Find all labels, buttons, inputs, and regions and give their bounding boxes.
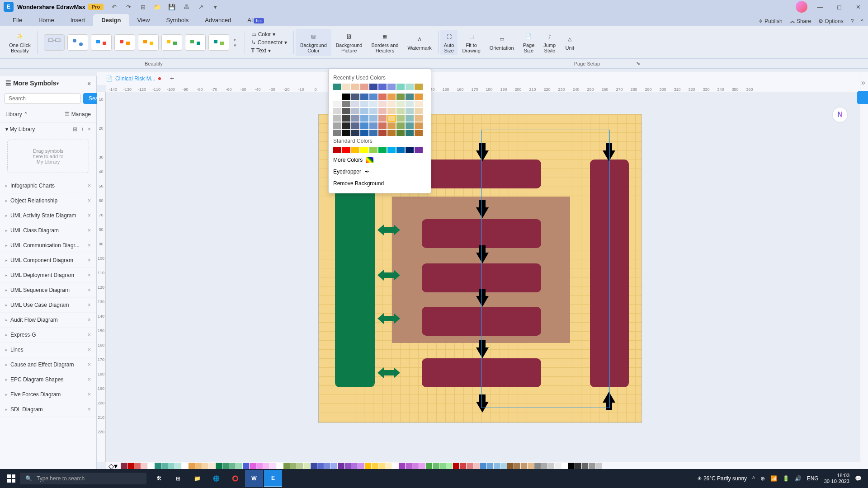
color-strip-swatch[interactable] (372, 463, 378, 469)
color-strip-swatch[interactable] (216, 463, 222, 469)
tray-notifications-icon[interactable]: 💬 (855, 475, 862, 482)
color-swatch[interactable] (333, 101, 341, 107)
color-swatch[interactable] (369, 122, 377, 129)
maroon-box-5[interactable] (422, 358, 541, 387)
arrow-down-1[interactable] (476, 150, 489, 161)
tab-symbols[interactable]: Symbols (158, 14, 197, 26)
color-strip-swatch[interactable] (595, 463, 602, 469)
color-strip-swatch[interactable] (582, 463, 588, 469)
close-category-icon[interactable]: × (88, 212, 91, 219)
preset-more-icon[interactable]: ▸▾ (232, 37, 238, 48)
eyedropper-button[interactable]: Eyedropper✒ (333, 166, 426, 178)
preset-4[interactable] (114, 34, 135, 51)
options-button[interactable]: ⚙ Options (818, 18, 844, 24)
share-button[interactable]: ⫘ Share (790, 18, 811, 24)
color-swatch[interactable] (333, 108, 341, 114)
color-swatch[interactable] (387, 115, 396, 122)
color-strip-swatch[interactable] (182, 463, 188, 469)
orientation-button[interactable]: ▭ Orientation (485, 34, 519, 51)
preset-1[interactable] (44, 34, 65, 51)
more-colors-button[interactable]: More Colors (333, 154, 426, 166)
color-strip-swatch[interactable] (161, 463, 168, 469)
preset-7[interactable] (185, 34, 206, 51)
color-swatch[interactable] (378, 94, 387, 100)
preset-3[interactable] (91, 34, 112, 51)
color-swatch[interactable] (406, 130, 414, 136)
color-swatch[interactable] (378, 147, 387, 153)
help-icon[interactable]: ? (851, 18, 854, 24)
close-category-icon[interactable]: × (88, 361, 91, 368)
taskbar-app-taskview[interactable]: ⊞ (169, 470, 187, 487)
taskbar-app-word[interactable]: W (245, 470, 263, 487)
close-category-icon[interactable]: × (88, 197, 91, 204)
tab-design[interactable]: Design (93, 14, 129, 26)
color-swatch[interactable] (333, 94, 341, 100)
color-strip-swatch[interactable] (473, 463, 480, 469)
color-strip-swatch[interactable] (134, 463, 141, 469)
color-swatch[interactable] (369, 101, 377, 107)
category-item[interactable]: ▸ UML Component Diagram× (0, 253, 96, 268)
category-item[interactable]: ▸ Object Relationship× (0, 193, 96, 208)
category-item[interactable]: ▸ Audit Flow Diagram× (0, 313, 96, 328)
preset-6[interactable] (161, 34, 182, 51)
arrow-down-6[interactable] (476, 402, 489, 413)
color-swatch[interactable] (351, 115, 359, 122)
color-swatch[interactable] (406, 147, 414, 153)
close-category-icon[interactable]: × (88, 347, 91, 353)
fit-drawing-button[interactable]: ⬚ Fit to Drawing (458, 32, 485, 53)
color-strip-swatch[interactable] (236, 463, 242, 469)
color-strip-swatch[interactable] (338, 463, 344, 469)
color-swatch[interactable] (406, 122, 414, 129)
color-swatch[interactable] (333, 84, 341, 90)
canvas[interactable]: N (106, 92, 860, 462)
color-swatch[interactable] (333, 147, 341, 153)
color-swatch[interactable] (342, 84, 350, 90)
more-icon[interactable]: ▾ (211, 3, 219, 11)
color-strip-swatch[interactable] (494, 463, 500, 469)
color-strip-swatch[interactable] (141, 463, 147, 469)
color-swatch[interactable] (351, 122, 359, 129)
color-swatch[interactable] (351, 147, 359, 153)
color-strip-swatch[interactable] (548, 463, 554, 469)
color-swatch[interactable] (387, 147, 396, 153)
add-icon[interactable]: + (81, 126, 84, 132)
maroon-box-4[interactable] (422, 307, 541, 336)
color-swatch[interactable] (378, 101, 387, 107)
taskbar-search[interactable]: 🔍Type here to search (20, 473, 146, 484)
color-strip-swatch[interactable] (121, 463, 127, 469)
weather-widget[interactable]: ☀ 26°C Partly sunny (697, 475, 747, 482)
color-strip-swatch[interactable] (385, 463, 392, 469)
page-size-button[interactable]: 📄 Page Size (519, 32, 539, 53)
color-strip-swatch[interactable] (528, 463, 534, 469)
color-swatch[interactable] (415, 130, 423, 136)
color-swatch[interactable] (351, 84, 359, 90)
color-strip-swatch[interactable] (507, 463, 514, 469)
color-strip-swatch[interactable] (453, 463, 459, 469)
start-button[interactable] (3, 470, 20, 487)
color-swatch[interactable] (406, 101, 414, 107)
color-strip-swatch[interactable] (467, 463, 473, 469)
close-category-icon[interactable]: × (88, 272, 91, 278)
color-strip-swatch[interactable] (433, 463, 439, 469)
arrow-up-right-bottom[interactable] (603, 392, 615, 403)
color-swatch[interactable] (369, 147, 377, 153)
preset-2[interactable] (67, 34, 88, 51)
color-swatch[interactable] (369, 108, 377, 114)
color-swatch[interactable] (387, 94, 396, 100)
color-swatch[interactable] (342, 94, 350, 100)
arrow-down-2[interactable] (476, 207, 489, 218)
color-strip-swatch[interactable] (358, 463, 364, 469)
tray-lang[interactable]: ENG (807, 475, 819, 482)
maximize-button[interactable]: ◻ (833, 4, 845, 10)
background-color-button[interactable]: ▨ Background Color (296, 29, 331, 56)
category-item[interactable]: ▸ UML Use Case Diagram× (0, 298, 96, 313)
tab-ai[interactable]: AIhot (239, 14, 272, 26)
color-swatch[interactable] (342, 115, 350, 122)
export-icon[interactable]: ↗ (197, 3, 205, 11)
color-swatch[interactable] (396, 108, 405, 114)
color-swatch[interactable] (406, 115, 414, 122)
color-swatch[interactable] (360, 147, 368, 153)
taskbar-app-tools[interactable]: 🛠 (150, 470, 168, 487)
color-dropdown-btn[interactable]: ▭ Color ▾ (251, 31, 276, 38)
color-strip-swatch[interactable] (555, 463, 561, 469)
